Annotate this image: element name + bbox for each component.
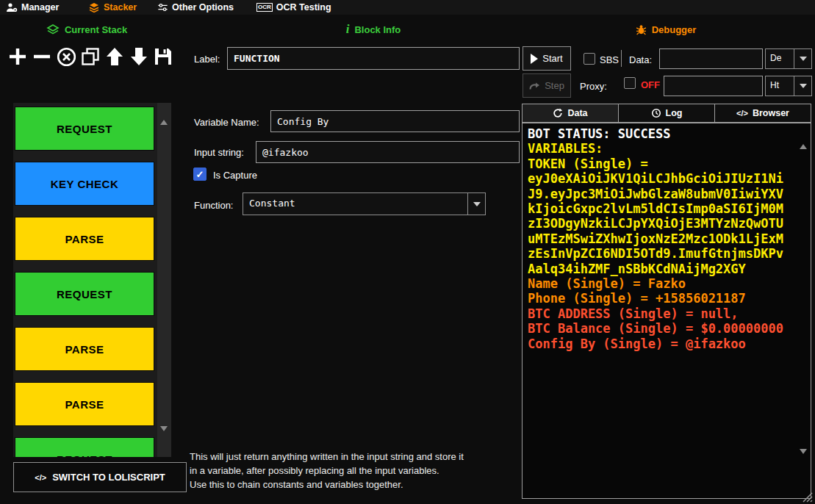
stack-block-parse-1[interactable]: PARSE	[15, 217, 154, 261]
stack-toolbar	[6, 43, 175, 70]
description-line: Use this to chain constants and variable…	[190, 478, 528, 492]
check-icon: ✓	[196, 169, 204, 180]
sbs-checkbox[interactable]	[584, 53, 595, 65]
log-line: J9.eyJpc3MiOiJwbGlzaW8ubmV0IiwiYXV	[528, 187, 796, 201]
data-input[interactable]	[659, 48, 763, 69]
save-config-button[interactable]	[151, 43, 175, 70]
clone-block-button[interactable]	[79, 43, 102, 70]
menu-item-manager[interactable]: Manager	[6, 0, 59, 15]
function-label: Function:	[194, 200, 233, 211]
log-line: uMTEzMSwiZXhwIjoxNzE2Mzc1ODk1LjExM	[528, 231, 796, 246]
tab-browser[interactable]: </> Browser	[714, 104, 811, 123]
switch-to-loliscript-label: SWITCH TO LOLISCRIPT	[52, 472, 165, 483]
stack-block-request-3[interactable]: REQUEST	[15, 437, 154, 457]
variable-name-label: Variable Name:	[194, 117, 259, 128]
manager-icon	[6, 2, 18, 12]
stack-block-list: REQUEST KEY CHECK PARSE REQUEST PARSE PA…	[15, 103, 157, 457]
move-down-icon	[130, 47, 148, 66]
wordlist-type-dropdown[interactable]: De	[765, 48, 812, 69]
log-line-name: Name (Single) = Fazko	[528, 276, 796, 291]
log-line: eyJ0eXAiOiJKV1QiLCJhbGciOiJIUzI1Ni	[528, 171, 796, 186]
tab-log[interactable]: Log	[618, 104, 715, 123]
proxy-type-dropdown[interactable]: Ht	[765, 76, 812, 96]
input-string-input[interactable]	[256, 141, 520, 163]
debugger-header: Debugger	[586, 23, 745, 36]
stack-scroll-down[interactable]	[160, 431, 168, 444]
tab-data-label: Data	[567, 108, 587, 118]
description-line: in a variable, after possibly replacing …	[190, 464, 528, 478]
move-up-button[interactable]	[103, 43, 126, 70]
stack-scroll-up[interactable]	[160, 107, 168, 120]
chevron-down-icon[interactable]	[794, 49, 811, 68]
code-icon: </>	[35, 473, 46, 482]
description-line: This will just return anything written i…	[190, 450, 528, 464]
add-block-button[interactable]	[6, 43, 29, 70]
stack-scrollbar[interactable]	[157, 103, 171, 457]
chevron-down-icon[interactable]	[794, 76, 811, 96]
is-capture-label: Is Capture	[213, 170, 257, 181]
add-icon	[8, 47, 27, 66]
log-line-bot-status: BOT STATUS: SUCCESS	[528, 126, 796, 141]
tab-log-label: Log	[666, 108, 683, 118]
output-scroll-up[interactable]	[800, 129, 807, 144]
current-stack-title: Current Stack	[65, 24, 127, 35]
menu-item-stacker[interactable]: Stacker	[88, 0, 137, 15]
start-label: Start	[542, 53, 562, 64]
current-stack-header: Current Stack	[0, 23, 173, 36]
log-line: Aalq34ihZMF_nSBbKCdNAijMg2XGY	[528, 262, 796, 276]
log-line: kIjoicGxpc2lvLm5ldCIsImp0aSI6IjM0M	[528, 201, 796, 216]
start-button[interactable]: Start	[523, 46, 571, 71]
block-info-header: i Block Info	[294, 23, 453, 36]
debugger-title: Debugger	[652, 24, 697, 35]
remove-icon	[32, 47, 51, 66]
step-arrow-icon	[529, 81, 540, 90]
tab-browser-label: Browser	[753, 108, 789, 118]
switch-to-loliscript-button[interactable]: </> SWITCH TO LOLISCRIPT	[13, 462, 187, 492]
proxy-input[interactable]	[664, 76, 763, 96]
stack-block-parse-3[interactable]: PARSE	[15, 382, 154, 426]
stack-layers-icon	[46, 24, 60, 35]
log-line-variables: VARIABLES:	[528, 141, 796, 156]
function-dropdown[interactable]: Constant	[243, 192, 486, 215]
proxy-checkbox[interactable]	[624, 77, 636, 89]
wordlist-type-value: De	[766, 49, 794, 68]
resize-grip[interactable]	[803, 492, 813, 503]
menu-label-other-options: Other Options	[172, 2, 234, 12]
delete-block-button[interactable]	[54, 43, 78, 70]
stack-block-request-2[interactable]: REQUEST	[15, 272, 154, 316]
proxy-type-value: Ht	[766, 76, 794, 96]
input-string-label: Input string:	[194, 147, 244, 158]
menu-item-ocr-testing[interactable]: OCR OCR Testing	[256, 0, 331, 15]
step-button[interactable]: Step	[523, 73, 571, 98]
menu-label-ocr-testing: OCR Testing	[276, 2, 331, 12]
output-scroll-down[interactable]	[800, 454, 807, 469]
variable-name-input[interactable]	[270, 110, 520, 132]
menubar: Manager Stacker Other Options OCR OCR Te…	[0, 0, 815, 15]
stack-block-parse-2[interactable]: PARSE	[15, 327, 154, 371]
stack-block-keycheck[interactable]: KEY CHECK	[15, 162, 154, 206]
stack-block-request-1[interactable]: REQUEST	[15, 107, 154, 151]
other-options-icon	[157, 2, 168, 12]
info-icon: i	[346, 24, 350, 35]
remove-block-button[interactable]	[30, 43, 54, 70]
ocr-icon: OCR	[256, 3, 273, 12]
step-label: Step	[545, 80, 564, 91]
move-up-icon	[106, 47, 123, 66]
move-down-button[interactable]	[127, 43, 151, 70]
code-icon: </>	[736, 109, 748, 118]
menu-item-other-options[interactable]: Other Options	[157, 0, 234, 15]
tab-data[interactable]: Data	[522, 104, 619, 123]
log-line-btc-address: BTC ADDRESS (Single) = null,	[528, 306, 796, 321]
chevron-down-icon[interactable]	[467, 193, 485, 215]
save-icon	[154, 47, 173, 66]
proxy-status: OFF	[641, 79, 660, 90]
sbs-label: SBS	[600, 54, 619, 65]
proxy-label: Proxy:	[580, 81, 607, 92]
menu-label-manager: Manager	[21, 2, 59, 12]
stacker-icon	[88, 2, 100, 12]
log-line-token: TOKEN (Single) =	[528, 156, 796, 171]
function-value: Constant	[243, 193, 467, 215]
clone-icon	[81, 47, 100, 66]
label-input[interactable]	[227, 47, 520, 70]
is-capture-checkbox[interactable]: ✓	[193, 168, 207, 181]
